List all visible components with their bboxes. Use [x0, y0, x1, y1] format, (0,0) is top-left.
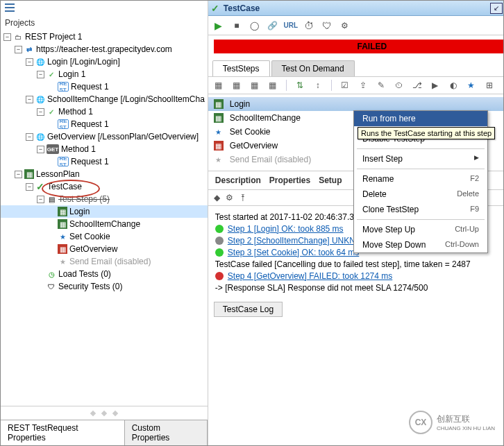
open-url-button[interactable]: 🔗: [267, 19, 279, 32]
step-icon[interactable]: ▦: [249, 79, 261, 92]
request-step-icon: ▦: [214, 99, 224, 109]
ctx-insert-step[interactable]: Insert Step: [354, 151, 487, 166]
loadtests-node[interactable]: ◷Load Tests (0): [1, 268, 208, 280]
main-toolbar: ▶ ■ ◯ 🔗 URL ⏱ 🛡 ⚙ ?: [208, 16, 504, 35]
testsuite-icon: ▦: [24, 169, 34, 179]
globe-icon: 🌐: [35, 57, 45, 67]
gear-icon[interactable]: ⚙: [339, 19, 351, 32]
ctx-rename[interactable]: RenameF2: [354, 171, 487, 187]
step-login-node[interactable]: ▦Login: [1, 205, 208, 218]
rest-step-icon[interactable]: ▦: [230, 79, 243, 92]
collapse-icon[interactable]: −: [26, 133, 33, 141]
collapse-icon[interactable]: −: [37, 146, 44, 153]
stop-button[interactable]: ■: [230, 19, 243, 32]
resource-node[interactable]: −🌐GetOverview [/LessonPlan/GetOverview]: [1, 130, 208, 143]
check-icon: ✓: [35, 182, 45, 191]
minimize-button[interactable]: ↙: [490, 3, 503, 14]
collapse-icon[interactable]: −: [37, 196, 44, 203]
testcase-node[interactable]: −✓TestCase: [1, 180, 208, 193]
ctx-move-up[interactable]: Move Step UpCtrl-Up: [354, 222, 487, 237]
star-icon: ★: [58, 232, 67, 241]
sectests-node[interactable]: 🛡Security Tests (0): [1, 280, 208, 293]
projects-heading: Projects: [1, 17, 208, 29]
run-button[interactable]: ▶: [212, 19, 225, 32]
transfer-icon[interactable]: ☑: [339, 79, 351, 92]
ctx-delete[interactable]: DeleteDelete: [354, 187, 487, 202]
node-label: Set Cookie: [69, 232, 110, 241]
splitter[interactable]: [1, 406, 208, 420]
request-node[interactable]: RESTRequest 1: [1, 118, 208, 130]
step-login[interactable]: ▦Login: [208, 97, 504, 111]
project-tree[interactable]: −REST Project 1 −⇄https://teacher-test.g…: [1, 29, 208, 406]
teststeps-node[interactable]: −▤Test Steps (5): [1, 193, 208, 205]
step-school-node[interactable]: ▦SchoolItemChange: [1, 218, 208, 230]
ctx-clone[interactable]: Clone TestStepF9: [354, 202, 487, 217]
star-icon[interactable]: ★: [465, 79, 478, 92]
method-node[interactable]: −✓Login 1: [1, 68, 208, 80]
branch-icon[interactable]: ⎇: [411, 79, 423, 92]
tab-properties[interactable]: Properties: [269, 175, 310, 185]
shield-icon[interactable]: ⏱: [303, 19, 315, 32]
tab-custom-properties[interactable]: Custom Properties: [125, 420, 208, 445]
menu-button[interactable]: [1, 1, 208, 17]
options-icon[interactable]: ⚙: [226, 193, 233, 203]
collapse-icon[interactable]: −: [26, 96, 33, 103]
clear-log-icon[interactable]: ◆: [214, 193, 220, 203]
log-line[interactable]: Step 4 [GetOverview] FAILED: took 1274 m…: [215, 271, 504, 281]
step-cookie-node[interactable]: ★Set Cookie: [1, 230, 208, 243]
host-node[interactable]: −⇄https://teacher-test.grapecitydev.com: [1, 43, 208, 55]
tooltip: Runs the TestCase starting at this step: [358, 127, 495, 139]
step-getov-node[interactable]: ▦GetOverview: [1, 243, 208, 255]
collapse-icon[interactable]: −: [3, 33, 11, 41]
move-down-icon[interactable]: ↕: [312, 79, 324, 92]
collapse-icon[interactable]: −: [26, 58, 33, 66]
shield2-icon[interactable]: 🛡: [321, 19, 333, 32]
node-label: Method 1: [61, 144, 96, 154]
request-node[interactable]: RESTRequest 1: [1, 80, 208, 93]
collapse-icon[interactable]: −: [15, 46, 22, 53]
tab-rest-properties[interactable]: REST TestRequest Properties: [1, 420, 125, 445]
groovy-icon[interactable]: ✎: [375, 79, 387, 92]
method-node[interactable]: −✓Method 1: [1, 105, 208, 118]
node-label: Send Email (disabled): [69, 257, 151, 266]
node-label: Login 1: [58, 69, 85, 79]
project-node[interactable]: −REST Project 1: [1, 31, 208, 43]
resource-node[interactable]: −🌐Login [/Login/Login]: [1, 55, 208, 68]
upload-icon[interactable]: ⇪: [357, 79, 369, 92]
tab-setup[interactable]: Setup: [319, 175, 342, 185]
collapse-icon[interactable]: −: [37, 108, 44, 116]
loop-button[interactable]: ◯: [249, 19, 261, 32]
testsuite-node[interactable]: −▦LessonPlan: [1, 168, 208, 180]
node-label: REST Project 1: [25, 32, 82, 42]
jdbc-icon[interactable]: ◐: [447, 79, 460, 92]
request-step-icon: ▦: [214, 141, 224, 151]
mock-icon[interactable]: ◎: [501, 79, 504, 92]
collapse-icon[interactable]: −: [37, 71, 44, 78]
move-up-icon[interactable]: ⇅: [294, 79, 306, 92]
resource-node[interactable]: −🌐SchoolItemChange [/Login/SchoolItemCha: [1, 93, 208, 105]
collapse-icon[interactable]: −: [15, 171, 22, 178]
status-ok-icon: [215, 248, 224, 257]
run-tc-icon[interactable]: ▶: [429, 79, 442, 92]
step-icon[interactable]: ▦: [267, 79, 279, 92]
node-label: LessonPlan: [36, 169, 80, 179]
tab-description[interactable]: Description: [215, 175, 261, 185]
collapse-icon[interactable]: −: [26, 183, 33, 191]
tab-testcase-log[interactable]: TestCase Log: [214, 302, 283, 317]
method-node[interactable]: −GETMethod 1: [1, 143, 208, 155]
soap-step-icon[interactable]: ▦: [212, 79, 225, 92]
check-icon: ✓: [47, 107, 56, 117]
step-label: Set Cookie: [230, 127, 271, 137]
tab-testondemand[interactable]: Test On Demand: [271, 60, 355, 76]
clock-icon[interactable]: ⊞: [483, 79, 496, 92]
check-icon: ✓: [211, 3, 219, 14]
export-icon[interactable]: ⭱: [239, 193, 247, 203]
request-node[interactable]: RESTRequest 1: [1, 155, 208, 168]
tab-teststeps[interactable]: TestSteps: [212, 60, 270, 76]
step-sendemail-node[interactable]: ★Send Email (disabled): [1, 255, 208, 268]
globe-icon: 🌐: [35, 132, 45, 141]
delay-icon[interactable]: ⏲: [393, 79, 405, 92]
ctx-run-from-here[interactable]: Run from here: [354, 111, 487, 126]
rest-icon: REST: [58, 119, 69, 129]
ctx-move-down[interactable]: Move Step DownCtrl-Down: [354, 237, 487, 252]
